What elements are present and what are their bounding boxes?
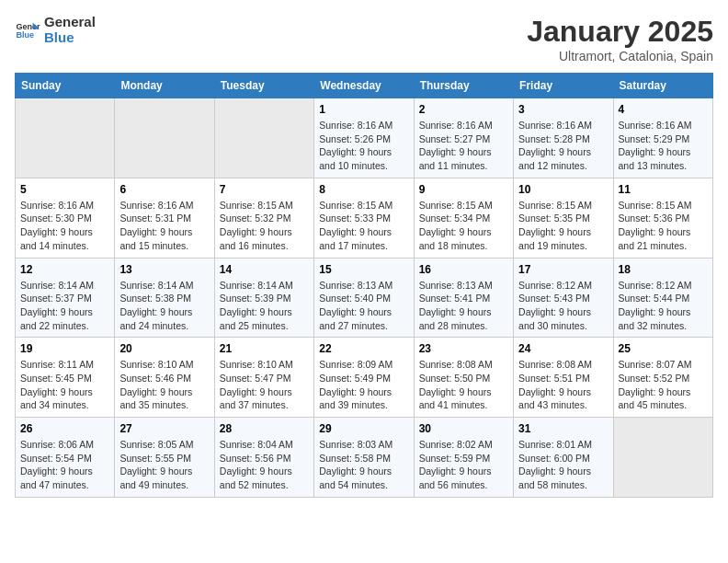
calendar-day-cell: 7Sunrise: 8:15 AMSunset: 5:32 PMDaylight…	[214, 178, 313, 258]
calendar-day-cell: 2Sunrise: 8:16 AMSunset: 5:27 PMDaylight…	[414, 98, 513, 178]
day-number: 28	[220, 422, 309, 435]
day-number: 26	[20, 422, 109, 435]
calendar-day-cell	[115, 98, 214, 178]
day-number: 9	[419, 183, 508, 196]
logo-icon: General Blue	[15, 17, 40, 43]
day-info: Sunrise: 8:14 AMSunset: 5:38 PMDaylight:…	[119, 279, 209, 333]
calendar-day-cell	[16, 98, 115, 178]
day-number: 4	[619, 103, 708, 116]
day-number: 1	[319, 103, 408, 116]
day-info: Sunrise: 8:12 AMSunset: 5:44 PMDaylight:…	[619, 279, 708, 333]
calendar-day-cell: 13Sunrise: 8:14 AMSunset: 5:38 PMDayligh…	[115, 258, 214, 338]
day-number: 3	[518, 103, 608, 116]
weekday-header-row: SundayMondayTuesdayWednesdayThursdayFrid…	[16, 74, 713, 98]
calendar-week-row: 19Sunrise: 8:11 AMSunset: 5:45 PMDayligh…	[16, 338, 713, 418]
calendar-day-cell: 30Sunrise: 8:02 AMSunset: 5:59 PMDayligh…	[414, 418, 513, 498]
day-number: 12	[20, 263, 109, 276]
header: General Blue General Blue January 2025 U…	[15, 15, 713, 63]
logo-blue: Blue	[44, 30, 96, 46]
calendar-week-row: 5Sunrise: 8:16 AMSunset: 5:30 PMDaylight…	[16, 178, 713, 258]
calendar-day-cell: 1Sunrise: 8:16 AMSunset: 5:26 PMDaylight…	[314, 98, 414, 178]
calendar-day-cell: 17Sunrise: 8:12 AMSunset: 5:43 PMDayligh…	[514, 258, 613, 338]
svg-text:Blue: Blue	[16, 30, 34, 40]
calendar-day-cell: 22Sunrise: 8:09 AMSunset: 5:49 PMDayligh…	[314, 338, 414, 418]
day-number: 13	[119, 263, 209, 276]
calendar-day-cell: 21Sunrise: 8:10 AMSunset: 5:47 PMDayligh…	[214, 338, 313, 418]
day-info: Sunrise: 8:16 AMSunset: 5:26 PMDaylight:…	[319, 119, 408, 173]
day-info: Sunrise: 8:13 AMSunset: 5:41 PMDaylight:…	[419, 279, 508, 333]
calendar-week-row: 1Sunrise: 8:16 AMSunset: 5:26 PMDaylight…	[16, 98, 713, 178]
calendar-day-cell: 14Sunrise: 8:14 AMSunset: 5:39 PMDayligh…	[214, 258, 313, 338]
day-number: 19	[20, 342, 109, 355]
day-number: 7	[220, 183, 309, 196]
day-number: 29	[319, 422, 408, 435]
calendar-week-row: 12Sunrise: 8:14 AMSunset: 5:37 PMDayligh…	[16, 258, 713, 338]
weekday-header-cell: Thursday	[414, 74, 513, 98]
logo-general: General	[44, 15, 96, 30]
calendar-day-cell: 8Sunrise: 8:15 AMSunset: 5:33 PMDaylight…	[314, 178, 414, 258]
day-number: 25	[619, 342, 708, 355]
calendar-day-cell: 23Sunrise: 8:08 AMSunset: 5:50 PMDayligh…	[414, 338, 513, 418]
calendar-day-cell: 18Sunrise: 8:12 AMSunset: 5:44 PMDayligh…	[613, 258, 712, 338]
day-info: Sunrise: 8:11 AMSunset: 5:45 PMDaylight:…	[20, 358, 109, 412]
day-info: Sunrise: 8:08 AMSunset: 5:51 PMDaylight:…	[518, 358, 608, 412]
day-number: 16	[419, 263, 508, 276]
day-info: Sunrise: 8:03 AMSunset: 5:58 PMDaylight:…	[319, 438, 408, 492]
day-info: Sunrise: 8:16 AMSunset: 5:29 PMDaylight:…	[619, 119, 708, 173]
day-info: Sunrise: 8:13 AMSunset: 5:40 PMDaylight:…	[319, 279, 408, 333]
day-number: 15	[319, 263, 408, 276]
day-info: Sunrise: 8:16 AMSunset: 5:27 PMDaylight:…	[419, 119, 508, 173]
day-number: 14	[220, 263, 309, 276]
calendar-day-cell: 26Sunrise: 8:06 AMSunset: 5:54 PMDayligh…	[16, 418, 115, 498]
weekday-header-cell: Sunday	[16, 74, 115, 98]
day-info: Sunrise: 8:02 AMSunset: 5:59 PMDaylight:…	[419, 438, 508, 492]
calendar-day-cell: 29Sunrise: 8:03 AMSunset: 5:58 PMDayligh…	[314, 418, 414, 498]
logo: General Blue General Blue	[15, 15, 96, 45]
day-info: Sunrise: 8:16 AMSunset: 5:28 PMDaylight:…	[518, 119, 608, 173]
calendar-week-row: 26Sunrise: 8:06 AMSunset: 5:54 PMDayligh…	[16, 418, 713, 498]
calendar-day-cell	[613, 418, 712, 498]
calendar-day-cell: 6Sunrise: 8:16 AMSunset: 5:31 PMDaylight…	[115, 178, 214, 258]
day-number: 17	[518, 263, 608, 276]
day-number: 6	[119, 183, 209, 196]
calendar-day-cell: 12Sunrise: 8:14 AMSunset: 5:37 PMDayligh…	[16, 258, 115, 338]
day-info: Sunrise: 8:16 AMSunset: 5:30 PMDaylight:…	[20, 199, 109, 253]
calendar-day-cell: 19Sunrise: 8:11 AMSunset: 5:45 PMDayligh…	[16, 338, 115, 418]
calendar-day-cell: 24Sunrise: 8:08 AMSunset: 5:51 PMDayligh…	[514, 338, 613, 418]
calendar-day-cell: 28Sunrise: 8:04 AMSunset: 5:56 PMDayligh…	[214, 418, 313, 498]
day-number: 31	[518, 422, 608, 435]
calendar-day-cell: 4Sunrise: 8:16 AMSunset: 5:29 PMDaylight…	[613, 98, 712, 178]
calendar-day-cell: 27Sunrise: 8:05 AMSunset: 5:55 PMDayligh…	[115, 418, 214, 498]
day-info: Sunrise: 8:06 AMSunset: 5:54 PMDaylight:…	[20, 438, 109, 492]
calendar-day-cell: 5Sunrise: 8:16 AMSunset: 5:30 PMDaylight…	[16, 178, 115, 258]
day-number: 22	[319, 342, 408, 355]
day-info: Sunrise: 8:15 AMSunset: 5:32 PMDaylight:…	[220, 199, 309, 253]
calendar-day-cell: 31Sunrise: 8:01 AMSunset: 6:00 PMDayligh…	[514, 418, 613, 498]
title-area: January 2025 Ultramort, Catalonia, Spain	[527, 15, 713, 63]
day-number: 23	[419, 342, 508, 355]
calendar-day-cell: 10Sunrise: 8:15 AMSunset: 5:35 PMDayligh…	[514, 178, 613, 258]
day-info: Sunrise: 8:16 AMSunset: 5:31 PMDaylight:…	[119, 199, 209, 253]
calendar-day-cell: 20Sunrise: 8:10 AMSunset: 5:46 PMDayligh…	[115, 338, 214, 418]
day-info: Sunrise: 8:14 AMSunset: 5:37 PMDaylight:…	[20, 279, 109, 333]
day-number: 30	[419, 422, 508, 435]
day-info: Sunrise: 8:09 AMSunset: 5:49 PMDaylight:…	[319, 358, 408, 412]
day-info: Sunrise: 8:10 AMSunset: 5:46 PMDaylight:…	[119, 358, 209, 412]
weekday-header-cell: Saturday	[613, 74, 712, 98]
calendar-day-cell: 16Sunrise: 8:13 AMSunset: 5:41 PMDayligh…	[414, 258, 513, 338]
day-number: 11	[619, 183, 708, 196]
day-info: Sunrise: 8:04 AMSunset: 5:56 PMDaylight:…	[220, 438, 309, 492]
svg-text:General: General	[16, 21, 40, 30]
day-info: Sunrise: 8:01 AMSunset: 6:00 PMDaylight:…	[518, 438, 608, 492]
day-info: Sunrise: 8:15 AMSunset: 5:33 PMDaylight:…	[319, 199, 408, 253]
day-info: Sunrise: 8:15 AMSunset: 5:36 PMDaylight:…	[619, 199, 708, 253]
calendar-day-cell: 15Sunrise: 8:13 AMSunset: 5:40 PMDayligh…	[314, 258, 414, 338]
day-info: Sunrise: 8:15 AMSunset: 5:34 PMDaylight:…	[419, 199, 508, 253]
day-number: 21	[220, 342, 309, 355]
weekday-header-cell: Monday	[115, 74, 214, 98]
day-number: 27	[119, 422, 209, 435]
day-info: Sunrise: 8:08 AMSunset: 5:50 PMDaylight:…	[419, 358, 508, 412]
day-number: 20	[119, 342, 209, 355]
calendar-title: January 2025	[527, 15, 713, 49]
day-number: 2	[419, 103, 508, 116]
